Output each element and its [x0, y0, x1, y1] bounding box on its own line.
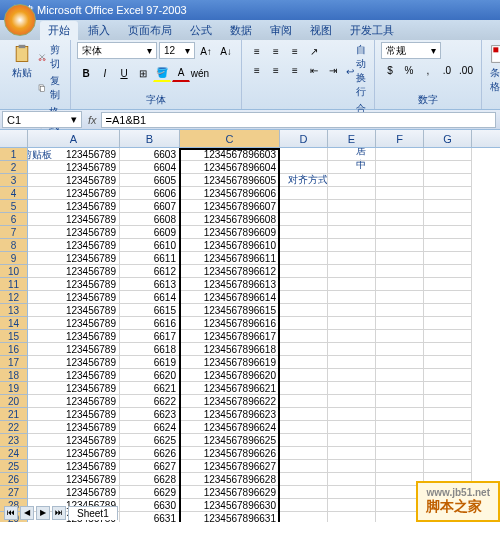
cell[interactable] [376, 343, 424, 356]
cell[interactable] [424, 226, 472, 239]
cell[interactable]: 6607 [120, 200, 180, 213]
cell[interactable]: 1234567896623 [180, 408, 280, 421]
cell[interactable] [424, 382, 472, 395]
cell[interactable]: 1234567896629 [180, 486, 280, 499]
cell[interactable]: 6627 [120, 460, 180, 473]
cell[interactable] [280, 252, 328, 265]
cell[interactable] [376, 200, 424, 213]
cell[interactable]: 1234567896625 [180, 434, 280, 447]
cell[interactable] [376, 421, 424, 434]
cell[interactable] [280, 486, 328, 499]
cell[interactable]: 6617 [120, 330, 180, 343]
currency-button[interactable]: $ [381, 61, 399, 79]
decrease-font-button[interactable]: A↓ [217, 42, 235, 60]
cell[interactable]: 123456789 [28, 421, 120, 434]
office-button[interactable] [4, 4, 36, 36]
wrap-text-button[interactable]: ↩自动换行 [344, 42, 368, 100]
cell[interactable] [376, 330, 424, 343]
cell[interactable]: 123456789 [28, 473, 120, 486]
cell[interactable]: 123456789 [28, 369, 120, 382]
cell[interactable] [280, 278, 328, 291]
col-header-b[interactable]: B [120, 130, 180, 147]
cell[interactable]: 1234567896609 [180, 226, 280, 239]
tab-layout[interactable]: 页面布局 [120, 21, 180, 40]
col-header-d[interactable]: D [280, 130, 328, 147]
cell[interactable]: 123456789 [28, 291, 120, 304]
cell[interactable]: 6625 [120, 434, 180, 447]
row-header[interactable]: 3 [0, 174, 28, 187]
row-header[interactable]: 2 [0, 161, 28, 174]
cell[interactable] [328, 187, 376, 200]
cell[interactable] [424, 408, 472, 421]
sheet-nav-next[interactable]: ▶ [36, 506, 50, 520]
cell[interactable]: 6620 [120, 369, 180, 382]
cell[interactable]: 1234567896616 [180, 317, 280, 330]
copy-button[interactable]: 复制 [36, 73, 64, 103]
cell[interactable] [280, 382, 328, 395]
cell[interactable] [328, 239, 376, 252]
cell[interactable]: 123456789 [28, 408, 120, 421]
row-header[interactable]: 11 [0, 278, 28, 291]
cell[interactable] [328, 226, 376, 239]
cell[interactable]: 6611 [120, 252, 180, 265]
cell[interactable] [280, 512, 328, 522]
row-header[interactable]: 22 [0, 421, 28, 434]
cell[interactable]: 123456789 [28, 356, 120, 369]
cell[interactable]: 1234567896614 [180, 291, 280, 304]
cell[interactable] [280, 304, 328, 317]
font-color-button[interactable]: A [172, 64, 190, 82]
row-header[interactable]: 23 [0, 434, 28, 447]
cell[interactable]: 123456789 [28, 460, 120, 473]
cell[interactable] [328, 161, 376, 174]
cell[interactable] [328, 174, 376, 187]
cell[interactable]: 6631 [120, 512, 180, 522]
row-header[interactable]: 6 [0, 213, 28, 226]
spreadsheet-grid[interactable]: A B C D E F G 11234567896603123456789660… [0, 130, 500, 522]
cell[interactable]: 1234567896618 [180, 343, 280, 356]
cell[interactable] [328, 148, 376, 161]
cell[interactable]: 6613 [120, 278, 180, 291]
cell[interactable]: 123456789 [28, 343, 120, 356]
name-box[interactable]: C1▾ [2, 111, 82, 128]
row-header[interactable]: 7 [0, 226, 28, 239]
cell[interactable]: 1234567896620 [180, 369, 280, 382]
align-top-button[interactable]: ≡ [248, 42, 266, 60]
cell[interactable] [328, 512, 376, 522]
cell[interactable]: 6619 [120, 356, 180, 369]
cell[interactable] [280, 239, 328, 252]
tab-formula[interactable]: 公式 [182, 21, 220, 40]
decrease-indent-button[interactable]: ⇤ [305, 61, 323, 79]
cell[interactable] [424, 421, 472, 434]
cell[interactable]: 6614 [120, 291, 180, 304]
align-middle-button[interactable]: ≡ [267, 42, 285, 60]
cell[interactable]: 6603 [120, 148, 180, 161]
tab-view[interactable]: 视图 [302, 21, 340, 40]
sheet-nav-last[interactable]: ⏭ [52, 506, 66, 520]
cell[interactable] [328, 499, 376, 512]
cell[interactable] [376, 317, 424, 330]
row-header[interactable]: 26 [0, 473, 28, 486]
cell[interactable] [424, 369, 472, 382]
cell[interactable]: 1234567896627 [180, 460, 280, 473]
cell[interactable] [280, 421, 328, 434]
font-size-select[interactable]: 12▾ [159, 42, 195, 59]
cell[interactable] [376, 408, 424, 421]
cell[interactable]: 123456789 [28, 174, 120, 187]
cell[interactable] [424, 291, 472, 304]
cell[interactable] [376, 434, 424, 447]
cell[interactable]: 1234567896604 [180, 161, 280, 174]
cell[interactable] [424, 317, 472, 330]
cell[interactable]: 6621 [120, 382, 180, 395]
cell[interactable] [376, 174, 424, 187]
cell[interactable] [280, 226, 328, 239]
cell[interactable] [328, 408, 376, 421]
cell[interactable]: 1234567896605 [180, 174, 280, 187]
cell[interactable]: 1234567896606 [180, 187, 280, 200]
align-right-button[interactable]: ≡ [286, 61, 304, 79]
conditional-format-button[interactable]: 条件格式 [488, 42, 500, 96]
cell[interactable]: 123456789 [28, 252, 120, 265]
row-header[interactable]: 19 [0, 382, 28, 395]
cell[interactable] [328, 343, 376, 356]
cell[interactable]: 123456789 [28, 382, 120, 395]
row-header[interactable]: 18 [0, 369, 28, 382]
